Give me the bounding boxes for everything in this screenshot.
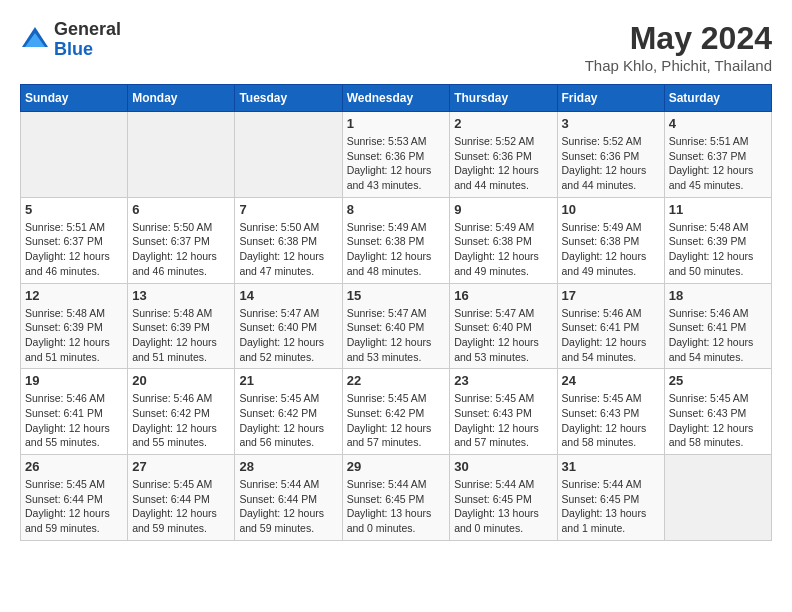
calendar-cell: 10Sunrise: 5:49 AMSunset: 6:38 PMDayligh… bbox=[557, 197, 664, 283]
day-number: 6 bbox=[132, 202, 230, 217]
day-number: 23 bbox=[454, 373, 552, 388]
day-info: Sunrise: 5:50 AMSunset: 6:38 PMDaylight:… bbox=[239, 220, 337, 279]
day-number: 7 bbox=[239, 202, 337, 217]
logo-text: General Blue bbox=[54, 20, 121, 60]
calendar-cell: 5Sunrise: 5:51 AMSunset: 6:37 PMDaylight… bbox=[21, 197, 128, 283]
day-info: Sunrise: 5:49 AMSunset: 6:38 PMDaylight:… bbox=[454, 220, 552, 279]
calendar-cell: 11Sunrise: 5:48 AMSunset: 6:39 PMDayligh… bbox=[664, 197, 771, 283]
day-number: 9 bbox=[454, 202, 552, 217]
day-info: Sunrise: 5:47 AMSunset: 6:40 PMDaylight:… bbox=[454, 306, 552, 365]
day-number: 13 bbox=[132, 288, 230, 303]
calendar-cell: 4Sunrise: 5:51 AMSunset: 6:37 PMDaylight… bbox=[664, 112, 771, 198]
calendar-cell: 3Sunrise: 5:52 AMSunset: 6:36 PMDaylight… bbox=[557, 112, 664, 198]
day-info: Sunrise: 5:51 AMSunset: 6:37 PMDaylight:… bbox=[669, 134, 767, 193]
day-number: 8 bbox=[347, 202, 446, 217]
day-info: Sunrise: 5:44 AMSunset: 6:45 PMDaylight:… bbox=[562, 477, 660, 536]
day-number: 19 bbox=[25, 373, 123, 388]
day-info: Sunrise: 5:52 AMSunset: 6:36 PMDaylight:… bbox=[454, 134, 552, 193]
calendar-cell: 24Sunrise: 5:45 AMSunset: 6:43 PMDayligh… bbox=[557, 369, 664, 455]
calendar-cell: 26Sunrise: 5:45 AMSunset: 6:44 PMDayligh… bbox=[21, 455, 128, 541]
day-info: Sunrise: 5:47 AMSunset: 6:40 PMDaylight:… bbox=[347, 306, 446, 365]
page-header: General Blue May 2024 Thap Khlo, Phichit… bbox=[20, 20, 772, 74]
calendar-cell: 6Sunrise: 5:50 AMSunset: 6:37 PMDaylight… bbox=[128, 197, 235, 283]
weekday-header-friday: Friday bbox=[557, 85, 664, 112]
day-info: Sunrise: 5:46 AMSunset: 6:42 PMDaylight:… bbox=[132, 391, 230, 450]
day-info: Sunrise: 5:46 AMSunset: 6:41 PMDaylight:… bbox=[669, 306, 767, 365]
day-number: 22 bbox=[347, 373, 446, 388]
day-info: Sunrise: 5:48 AMSunset: 6:39 PMDaylight:… bbox=[132, 306, 230, 365]
day-number: 3 bbox=[562, 116, 660, 131]
calendar-cell: 25Sunrise: 5:45 AMSunset: 6:43 PMDayligh… bbox=[664, 369, 771, 455]
calendar-cell bbox=[128, 112, 235, 198]
calendar: SundayMondayTuesdayWednesdayThursdayFrid… bbox=[20, 84, 772, 541]
logo: General Blue bbox=[20, 20, 121, 60]
day-number: 30 bbox=[454, 459, 552, 474]
day-info: Sunrise: 5:45 AMSunset: 6:43 PMDaylight:… bbox=[562, 391, 660, 450]
calendar-cell bbox=[664, 455, 771, 541]
day-info: Sunrise: 5:45 AMSunset: 6:43 PMDaylight:… bbox=[669, 391, 767, 450]
calendar-cell: 14Sunrise: 5:47 AMSunset: 6:40 PMDayligh… bbox=[235, 283, 342, 369]
week-row-1: 1Sunrise: 5:53 AMSunset: 6:36 PMDaylight… bbox=[21, 112, 772, 198]
day-number: 26 bbox=[25, 459, 123, 474]
day-info: Sunrise: 5:44 AMSunset: 6:45 PMDaylight:… bbox=[347, 477, 446, 536]
calendar-cell: 2Sunrise: 5:52 AMSunset: 6:36 PMDaylight… bbox=[450, 112, 557, 198]
day-number: 24 bbox=[562, 373, 660, 388]
calendar-cell: 29Sunrise: 5:44 AMSunset: 6:45 PMDayligh… bbox=[342, 455, 450, 541]
location: Thap Khlo, Phichit, Thailand bbox=[585, 57, 772, 74]
day-number: 17 bbox=[562, 288, 660, 303]
calendar-cell: 18Sunrise: 5:46 AMSunset: 6:41 PMDayligh… bbox=[664, 283, 771, 369]
day-info: Sunrise: 5:46 AMSunset: 6:41 PMDaylight:… bbox=[25, 391, 123, 450]
day-info: Sunrise: 5:53 AMSunset: 6:36 PMDaylight:… bbox=[347, 134, 446, 193]
logo-icon bbox=[20, 25, 50, 55]
day-number: 12 bbox=[25, 288, 123, 303]
weekday-header-monday: Monday bbox=[128, 85, 235, 112]
day-number: 28 bbox=[239, 459, 337, 474]
day-number: 16 bbox=[454, 288, 552, 303]
day-info: Sunrise: 5:44 AMSunset: 6:45 PMDaylight:… bbox=[454, 477, 552, 536]
day-info: Sunrise: 5:45 AMSunset: 6:43 PMDaylight:… bbox=[454, 391, 552, 450]
weekday-header-saturday: Saturday bbox=[664, 85, 771, 112]
week-row-5: 26Sunrise: 5:45 AMSunset: 6:44 PMDayligh… bbox=[21, 455, 772, 541]
day-info: Sunrise: 5:46 AMSunset: 6:41 PMDaylight:… bbox=[562, 306, 660, 365]
day-info: Sunrise: 5:48 AMSunset: 6:39 PMDaylight:… bbox=[25, 306, 123, 365]
calendar-cell: 19Sunrise: 5:46 AMSunset: 6:41 PMDayligh… bbox=[21, 369, 128, 455]
day-number: 27 bbox=[132, 459, 230, 474]
day-info: Sunrise: 5:49 AMSunset: 6:38 PMDaylight:… bbox=[562, 220, 660, 279]
calendar-cell: 30Sunrise: 5:44 AMSunset: 6:45 PMDayligh… bbox=[450, 455, 557, 541]
day-info: Sunrise: 5:45 AMSunset: 6:44 PMDaylight:… bbox=[132, 477, 230, 536]
day-number: 4 bbox=[669, 116, 767, 131]
day-number: 2 bbox=[454, 116, 552, 131]
title-block: May 2024 Thap Khlo, Phichit, Thailand bbox=[585, 20, 772, 74]
calendar-cell: 27Sunrise: 5:45 AMSunset: 6:44 PMDayligh… bbox=[128, 455, 235, 541]
calendar-cell: 23Sunrise: 5:45 AMSunset: 6:43 PMDayligh… bbox=[450, 369, 557, 455]
day-number: 31 bbox=[562, 459, 660, 474]
day-number: 1 bbox=[347, 116, 446, 131]
calendar-cell: 20Sunrise: 5:46 AMSunset: 6:42 PMDayligh… bbox=[128, 369, 235, 455]
weekday-header-thursday: Thursday bbox=[450, 85, 557, 112]
day-info: Sunrise: 5:50 AMSunset: 6:37 PMDaylight:… bbox=[132, 220, 230, 279]
day-number: 20 bbox=[132, 373, 230, 388]
day-info: Sunrise: 5:52 AMSunset: 6:36 PMDaylight:… bbox=[562, 134, 660, 193]
day-info: Sunrise: 5:45 AMSunset: 6:44 PMDaylight:… bbox=[25, 477, 123, 536]
day-number: 11 bbox=[669, 202, 767, 217]
day-info: Sunrise: 5:45 AMSunset: 6:42 PMDaylight:… bbox=[239, 391, 337, 450]
weekday-header-tuesday: Tuesday bbox=[235, 85, 342, 112]
day-number: 18 bbox=[669, 288, 767, 303]
day-number: 10 bbox=[562, 202, 660, 217]
calendar-cell: 22Sunrise: 5:45 AMSunset: 6:42 PMDayligh… bbox=[342, 369, 450, 455]
week-row-3: 12Sunrise: 5:48 AMSunset: 6:39 PMDayligh… bbox=[21, 283, 772, 369]
calendar-cell: 12Sunrise: 5:48 AMSunset: 6:39 PMDayligh… bbox=[21, 283, 128, 369]
day-number: 29 bbox=[347, 459, 446, 474]
calendar-cell: 21Sunrise: 5:45 AMSunset: 6:42 PMDayligh… bbox=[235, 369, 342, 455]
day-info: Sunrise: 5:48 AMSunset: 6:39 PMDaylight:… bbox=[669, 220, 767, 279]
calendar-cell: 17Sunrise: 5:46 AMSunset: 6:41 PMDayligh… bbox=[557, 283, 664, 369]
weekday-header-sunday: Sunday bbox=[21, 85, 128, 112]
day-info: Sunrise: 5:51 AMSunset: 6:37 PMDaylight:… bbox=[25, 220, 123, 279]
calendar-cell bbox=[235, 112, 342, 198]
day-number: 25 bbox=[669, 373, 767, 388]
day-number: 21 bbox=[239, 373, 337, 388]
calendar-cell: 15Sunrise: 5:47 AMSunset: 6:40 PMDayligh… bbox=[342, 283, 450, 369]
calendar-cell: 8Sunrise: 5:49 AMSunset: 6:38 PMDaylight… bbox=[342, 197, 450, 283]
weekday-header-wednesday: Wednesday bbox=[342, 85, 450, 112]
calendar-cell bbox=[21, 112, 128, 198]
